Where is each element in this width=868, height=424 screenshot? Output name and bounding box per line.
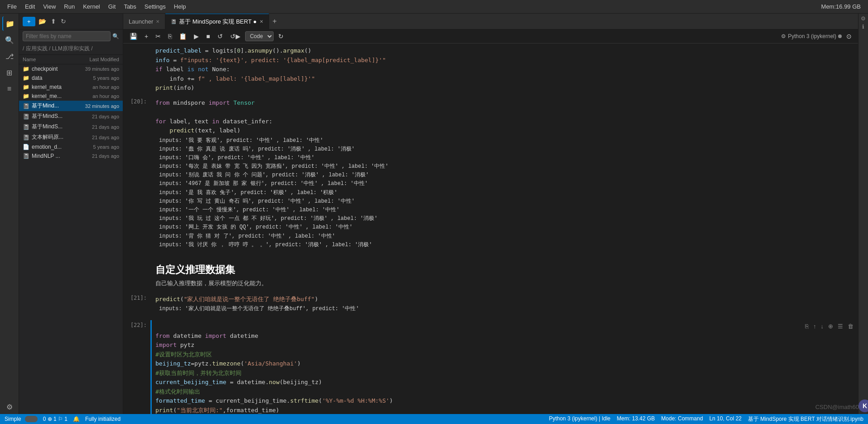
file-item[interactable]: 📓 基于Mind... 32 minutes ago: [19, 101, 123, 111]
cell-22-body[interactable]: ⎘ ↑ ↓ ⊕ ☰ 🗑 from datetime import datetim…: [150, 320, 858, 414]
new-button[interactable]: +: [23, 17, 35, 26]
settings-gear-icon[interactable]: ⚙: [2, 400, 17, 414]
notebook-title-status: 基于 MindSpore 实现 BERT 对话情绪识别.ipynb: [748, 415, 863, 423]
menu-git[interactable]: Git: [105, 2, 120, 11]
tab-notebook[interactable]: 📓 基于 MindSpore 实现 BERT ● ✕: [165, 14, 269, 29]
close-notebook-tab-icon[interactable]: ✕: [260, 19, 263, 24]
search-input[interactable]: [23, 31, 111, 41]
upload-button[interactable]: ⬆: [49, 16, 58, 26]
move-down-button[interactable]: ↓: [820, 322, 825, 331]
file-item[interactable]: 📓 文本解码原... 21 days ago: [19, 132, 123, 142]
kernel-info: ⚙ Python 3 (ipykernel): [781, 33, 842, 39]
cut-button[interactable]: ✂: [153, 31, 164, 41]
file-item[interactable]: 📓 基于MindS... 21 days ago: [19, 111, 123, 122]
file-item[interactable]: 📁 checkpoint 39 minutes ago: [19, 64, 123, 73]
menu-bar: File Edit View Run Kernel Git Tabs Setti…: [0, 0, 868, 14]
menu-tabs[interactable]: Tabs: [120, 2, 140, 11]
save-button[interactable]: 💾: [127, 31, 140, 41]
file-date: an hour ago: [92, 93, 119, 99]
open-folder-button[interactable]: 📂: [37, 16, 48, 26]
paste-button[interactable]: 📋: [176, 31, 189, 41]
refresh-kernel-button[interactable]: ↻: [275, 31, 286, 41]
menu-settings[interactable]: Settings: [141, 2, 169, 11]
menu-file[interactable]: File: [4, 2, 20, 11]
menu-view[interactable]: View: [39, 2, 59, 11]
kernel-options-button[interactable]: ⊙: [844, 31, 854, 41]
cell-21-gutter: [21]:: [123, 293, 150, 318]
copy-cell-button[interactable]: ⎘: [804, 322, 810, 331]
file-date: an hour ago: [92, 84, 119, 90]
restart-button[interactable]: ↺: [215, 31, 226, 41]
git-icon[interactable]: ⎇: [2, 49, 17, 63]
add-below-button[interactable]: ⊕: [827, 322, 834, 331]
file-name: checkpoint: [32, 66, 83, 72]
activity-bar: 📁 🔍 ⎇ ⊞ ≡ ⚙: [0, 14, 19, 414]
tab-launcher[interactable]: Launcher ✕: [123, 14, 165, 29]
file-date: 21 days ago: [92, 135, 119, 140]
cell-md-body[interactable]: 自定义推理数据集 自己输入推理数据，展示模型的泛化能力。: [150, 256, 858, 291]
right-info-icon[interactable]: ℹ: [862, 24, 864, 30]
file-name: emotion_d...: [32, 144, 92, 150]
column-modified: Last Modified: [69, 57, 119, 62]
copy-button[interactable]: ⎘: [165, 31, 174, 41]
restart-run-button[interactable]: ↺▶: [227, 31, 243, 41]
breadcrumb: / 应用实践 / LLM原理和实践 /: [19, 43, 123, 55]
file-item[interactable]: 📁 data 5 years ago: [19, 73, 123, 83]
plus-icon: +: [27, 18, 31, 25]
file-date: 21 days ago: [92, 153, 119, 159]
alert-icon: 🔔: [73, 416, 80, 422]
file-list-header: Name Last Modified: [19, 55, 123, 64]
add-cell-button[interactable]: +: [142, 31, 151, 41]
delete-cell-button[interactable]: 🗑: [847, 322, 854, 331]
file-type-icon: 📓: [23, 134, 30, 141]
right-settings-icon[interactable]: ⚙: [861, 15, 866, 22]
file-name: 文本解码原...: [32, 133, 90, 141]
file-date: 5 years ago: [93, 144, 119, 150]
move-up-button[interactable]: ↑: [812, 322, 817, 331]
kernel-status-dot: [838, 34, 842, 38]
notebook-file-icon: 📓: [171, 19, 176, 24]
file-item[interactable]: 📁 kernel_me... an hour ago: [19, 92, 123, 101]
file-toolbar: + 📂 ⬆ ↻: [19, 14, 123, 29]
file-type-icon: 📁: [23, 93, 30, 99]
close-tab-icon[interactable]: ✕: [156, 19, 159, 24]
file-date: 5 years ago: [93, 75, 119, 81]
file-item[interactable]: 📓 基于MindS... 21 days ago: [19, 122, 123, 132]
file-name: 基于MindS...: [32, 112, 90, 120]
cell-20-output: inputs: '我 要 客观', predict: '中性' , label:…: [155, 136, 854, 252]
cell-21-body[interactable]: predict("家人们咱就是说一整个无语住了 绝绝子叠buff") input…: [150, 293, 858, 318]
cell-type-select[interactable]: Code: [245, 31, 274, 41]
column-name: Name: [23, 57, 69, 62]
menu-help[interactable]: Help: [170, 2, 190, 11]
file-type-icon: 📁: [23, 84, 30, 90]
cell-md-heading: 自定义推理数据集 自己输入推理数据，展示模型的泛化能力。: [123, 255, 858, 292]
search-sidebar-icon[interactable]: 🔍: [2, 33, 17, 47]
stop-button[interactable]: ■: [203, 31, 212, 41]
new-tab-button[interactable]: +: [269, 15, 280, 27]
menu-kernel[interactable]: Kernel: [79, 2, 104, 11]
run-button[interactable]: ▶: [191, 31, 202, 41]
cell-menu-button[interactable]: ☰: [837, 322, 844, 331]
cell-21: [21]: predict("家人们咱就是说一整个无语住了 绝绝子叠buff")…: [123, 292, 858, 319]
file-name: data: [32, 75, 92, 81]
extensions-icon[interactable]: ⊞: [2, 65, 17, 80]
file-item[interactable]: 📄 emotion_d... 5 years ago: [19, 142, 123, 151]
menu-run[interactable]: Run: [60, 2, 78, 11]
cell-22: [22]: ⎘ ↑ ↓ ⊕ ☰ 🗑 from datetime import d…: [123, 319, 858, 414]
files-icon[interactable]: 📁: [2, 16, 17, 31]
memory-display: Mem:16.99 GB: [818, 2, 864, 11]
simple-toggle[interactable]: Simple: [5, 416, 38, 422]
file-type-icon: 📁: [23, 75, 30, 81]
file-type-icon: 📁: [23, 66, 30, 72]
refresh-button[interactable]: ↻: [59, 16, 68, 26]
search-icon: 🔍: [112, 33, 119, 39]
file-item[interactable]: 📁 kernel_meta an hour ago: [19, 83, 123, 92]
menu-edit[interactable]: Edit: [21, 2, 39, 11]
property-inspector-icon[interactable]: ≡: [2, 82, 17, 96]
file-item[interactable]: 📓 MindNLP ... 21 days ago: [19, 151, 123, 161]
cell-body[interactable]: predict_label = logits[0].asnumpy().argm…: [150, 44, 858, 95]
cursor-position: Ln 10, Col 22: [709, 415, 742, 423]
file-date: 21 days ago: [92, 124, 119, 130]
file-date: 21 days ago: [92, 114, 119, 119]
cell-20-body[interactable]: from mindspore import Tensor for label, …: [150, 97, 858, 254]
